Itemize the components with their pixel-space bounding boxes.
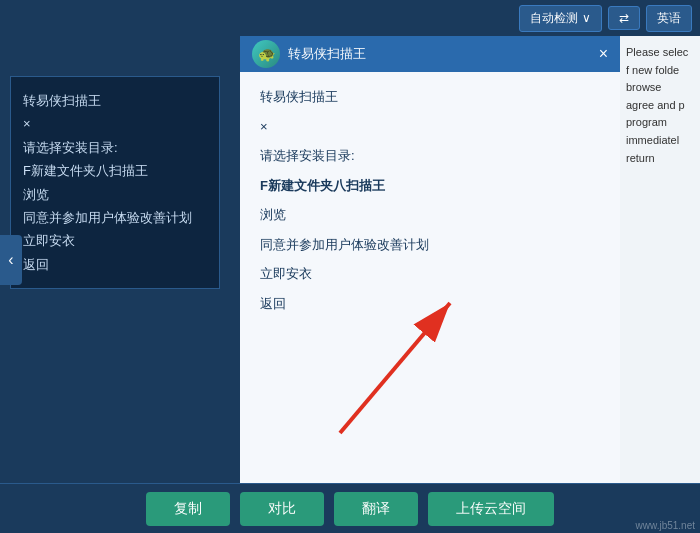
installer-browse-btn[interactable]: 浏览 (260, 205, 600, 225)
watermark: www.jb51.net (636, 520, 695, 531)
left-text-box: 转易侠扫描王 × 请选择安装目录: F新建文件夹八扫描王 浏览 同意并参加用户体… (10, 76, 220, 289)
copy-button[interactable]: 复制 (146, 492, 230, 526)
installer-item-2: × (260, 117, 600, 137)
installer-install-btn[interactable]: 立即安衣 (260, 264, 600, 284)
main-area: ‹ 转易侠扫描王 × 请选择安装目录: F新建文件夹八扫描王 浏览 同意并参加用… (0, 36, 700, 483)
bottom-toolbar: 复制 对比 翻译 上传云空间 (0, 483, 700, 533)
left-line-2: × (23, 112, 207, 135)
language-label: 英语 (657, 11, 681, 25)
translate-button[interactable]: 翻译 (334, 492, 418, 526)
left-panel: ‹ 转易侠扫描王 × 请选择安装目录: F新建文件夹八扫描王 浏览 同意并参加用… (0, 36, 240, 483)
refresh-button[interactable]: ⇄ (608, 6, 640, 30)
installer-back-btn[interactable]: 返回 (260, 294, 600, 314)
left-line-3: 请选择安装目录: (23, 136, 207, 159)
left-line-6: 同意并参加用户体验改善计划 (23, 206, 207, 229)
installer-item-1: 转易侠扫描王 (260, 87, 600, 107)
installer-icon: 🐢 (252, 40, 280, 68)
installer-item-3: 请选择安装目录: (260, 146, 600, 166)
installer-close-button[interactable]: × (599, 45, 608, 63)
center-panel: 🐢 转易侠扫描王 × 转易侠扫描王 × 请选择安装目录: F新建文件夹八扫描王 … (240, 36, 620, 483)
left-line-4: F新建文件夹八扫描王 (23, 159, 207, 182)
refresh-icon: ⇄ (619, 11, 629, 25)
installer-header: 🐢 转易侠扫描王 × (240, 36, 620, 72)
header-bar: 自动检测 ∨ ⇄ 英语 (0, 0, 700, 36)
left-line-1: 转易侠扫描王 (23, 89, 207, 112)
collapse-button[interactable]: ‹ (0, 235, 22, 285)
language-button[interactable]: 英语 (646, 5, 692, 32)
auto-detect-button[interactable]: 自动检测 ∨ (519, 5, 602, 32)
installer-title: 转易侠扫描王 (288, 45, 366, 63)
installer-agree-label: 同意并参加用户体验改善计划 (260, 235, 600, 255)
icon-char: 🐢 (258, 46, 275, 62)
upload-button[interactable]: 上传云空间 (428, 492, 554, 526)
compare-button[interactable]: 对比 (240, 492, 324, 526)
installer-body: 转易侠扫描王 × 请选择安装目录: F新建文件夹八扫描王 浏览 同意并参加用户体… (240, 72, 620, 483)
right-panel: Please selecf new foldebrowseagree and p… (620, 36, 700, 483)
installer-item-4: F新建文件夹八扫描王 (260, 176, 600, 196)
chevron-down-icon: ∨ (582, 11, 591, 25)
auto-detect-label: 自动检测 (530, 10, 578, 27)
left-line-7: 立即安衣 (23, 229, 207, 252)
left-line-5: 浏览 (23, 183, 207, 206)
left-line-8: 返回 (23, 253, 207, 276)
right-panel-text: Please selecf new foldebrowseagree and p… (626, 46, 688, 164)
